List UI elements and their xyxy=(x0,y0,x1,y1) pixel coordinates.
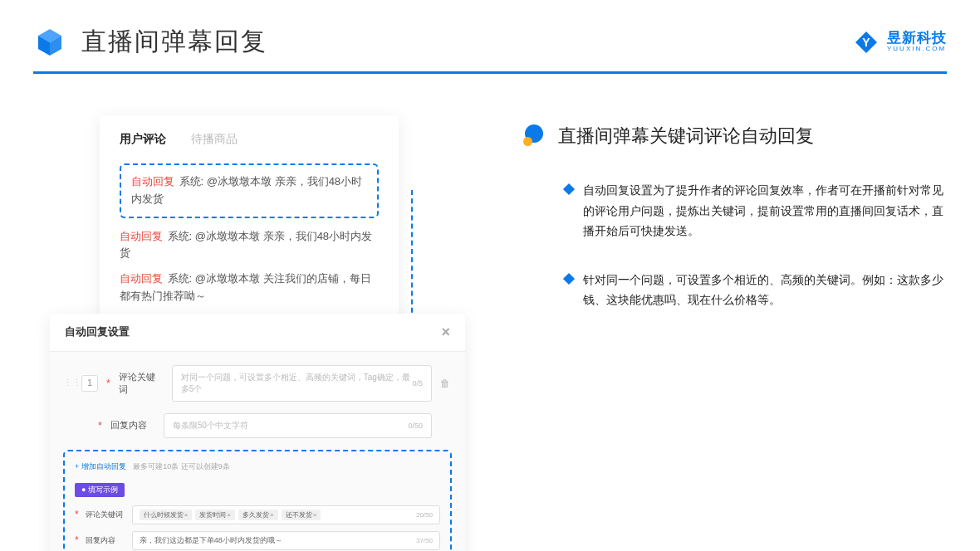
auto-reply-settings-modal: 自动回复设置 × ⋮⋮ 1 * 评论关键词 对同一个问题，可设置多个相近、高频的… xyxy=(50,314,465,551)
comment-line: 自动回复 系统: @冰墩墩本墩 亲亲，我们48小时内发货 xyxy=(120,228,379,263)
brand-text: 昱新科技 YUUXIN.COM xyxy=(887,31,947,53)
comments-panel-card: 用户评论 待播商品 自动回复 系统: @冰墩墩本墩 亲亲，我们48小时内发货 自… xyxy=(100,115,399,339)
example-section: + 增加自动回复 最多可建10条 还可以创建9条 ● 填写示例 * 评论关键词 … xyxy=(63,450,452,551)
drag-handle-icon[interactable]: ⋮⋮ xyxy=(63,378,73,388)
diamond-bullet-icon xyxy=(563,272,575,284)
auto-reply-tag: 自动回复 xyxy=(131,175,174,188)
svg-text:Y: Y xyxy=(862,36,870,49)
example-badge: ● 填写示例 xyxy=(75,483,125,497)
keyword-chip[interactable]: 什么时候发货× xyxy=(140,510,193,520)
add-rule-hint: + 增加自动回复 最多可建10条 还可以创建9条 xyxy=(75,461,440,472)
comment-tabs: 用户评论 待播商品 xyxy=(120,132,379,147)
bullet-text: 针对同一个问题，可设置多个相近的、高频的关键词。例如：这款多少钱、这块能优惠吗、… xyxy=(583,270,947,310)
example-reply-input[interactable]: 亲，我们这边都是下单48小时内发货的哦～ 37/50 xyxy=(132,531,440,550)
highlighted-comment: 自动回复 系统: @冰墩墩本墩 亲亲，我们48小时内发货 xyxy=(120,163,379,218)
keyword-label: 评论关键词 xyxy=(119,371,164,396)
example-reply-row: * 回复内容 亲，我们这边都是下单48小时内发货的哦～ 37/50 xyxy=(75,531,440,550)
feature-bullet: 针对同一个问题，可设置多个相近的、高频的关键词。例如：这款多少钱、这块能优惠吗、… xyxy=(523,270,947,310)
reply-label: 回复内容 xyxy=(110,419,155,432)
delete-icon[interactable]: 🗑 xyxy=(440,378,452,389)
section-bullet-icon xyxy=(523,124,546,148)
brand-name-en: YUUXIN.COM xyxy=(887,46,947,53)
example-keyword-row: * 评论关键词 什么时候发货× 发货时间× 多久发货× 还不发货× 20/50 xyxy=(75,505,440,524)
section-title: 直播间弹幕关键词评论自动回复 xyxy=(558,124,814,149)
reply-input[interactable]: 每条限50个中文字符 0/50 xyxy=(164,413,432,438)
keyword-chip[interactable]: 还不发货× xyxy=(282,510,321,520)
add-auto-reply-link[interactable]: + 增加自动回复 xyxy=(75,462,126,471)
reply-content-row: * 回复内容 每条限50个中文字符 0/50 🗑 xyxy=(63,413,452,438)
diamond-bullet-icon xyxy=(563,183,575,195)
modal-title: 自动回复设置 xyxy=(65,324,130,339)
modal-header: 自动回复设置 × xyxy=(50,314,465,352)
keyword-row: ⋮⋮ 1 * 评论关键词 对同一个问题，可设置多个相近、高频的关键词，Tag确定… xyxy=(63,365,452,402)
example-keyword-input[interactable]: 什么时候发货× 发货时间× 多久发货× 还不发货× 20/50 xyxy=(132,505,440,524)
screenshot-mockups: 用户评论 待播商品 自动回复 系统: @冰墩墩本墩 亲亲，我们48小时内发货 自… xyxy=(50,115,482,551)
brand-icon: Y xyxy=(854,30,879,55)
page-title: 直播间弹幕回复 xyxy=(81,25,267,59)
rule-limit-text: 最多可建10条 还可以创建9条 xyxy=(133,462,230,471)
cube-logo-icon xyxy=(33,26,66,59)
required-star: * xyxy=(98,420,102,432)
feature-bullet: 自动回复设置为了提升作者的评论回复效率，作者可在开播前针对常见的评论用户问题，提… xyxy=(523,180,947,241)
tab-pending-goods[interactable]: 待播商品 xyxy=(191,132,238,147)
auto-reply-tag: 自动回复 xyxy=(120,272,163,285)
brand-logo: Y 昱新科技 YUUXIN.COM xyxy=(854,30,947,55)
description-panel: 直播间弹幕关键词评论自动回复 自动回复设置为了提升作者的评论回复效率，作者可在开… xyxy=(523,115,947,551)
close-icon[interactable]: × xyxy=(441,324,450,341)
comment-line: 自动回复 系统: @冰墩墩本墩 关注我们的店铺，每日都有热门推荐呦～ xyxy=(120,271,379,305)
tab-user-comments[interactable]: 用户评论 xyxy=(120,132,166,147)
brand-name-cn: 昱新科技 xyxy=(887,31,947,46)
header-left: 直播间弹幕回复 xyxy=(33,25,267,59)
bullet-text: 自动回复设置为了提升作者的评论回复效率，作者可在开播前针对常见的评论用户问题，提… xyxy=(583,180,947,241)
auto-reply-tag: 自动回复 xyxy=(120,230,163,242)
section-heading: 直播间弹幕关键词评论自动回复 xyxy=(523,124,947,149)
rule-index: 1 xyxy=(81,375,98,392)
keyword-chip[interactable]: 多久发货× xyxy=(238,510,278,520)
keyword-chip[interactable]: 发货时间× xyxy=(195,510,235,520)
required-star: * xyxy=(106,378,110,389)
keyword-input[interactable]: 对同一个问题，可设置多个相近、高频的关键词，Tag确定，最多5个 0/5 xyxy=(172,365,432,402)
page-header: 直播间弹幕回复 Y 昱新科技 YUUXIN.COM xyxy=(0,0,980,71)
comment-line: 自动回复 系统: @冰墩墩本墩 亲亲，我们48小时内发货 xyxy=(131,173,367,208)
